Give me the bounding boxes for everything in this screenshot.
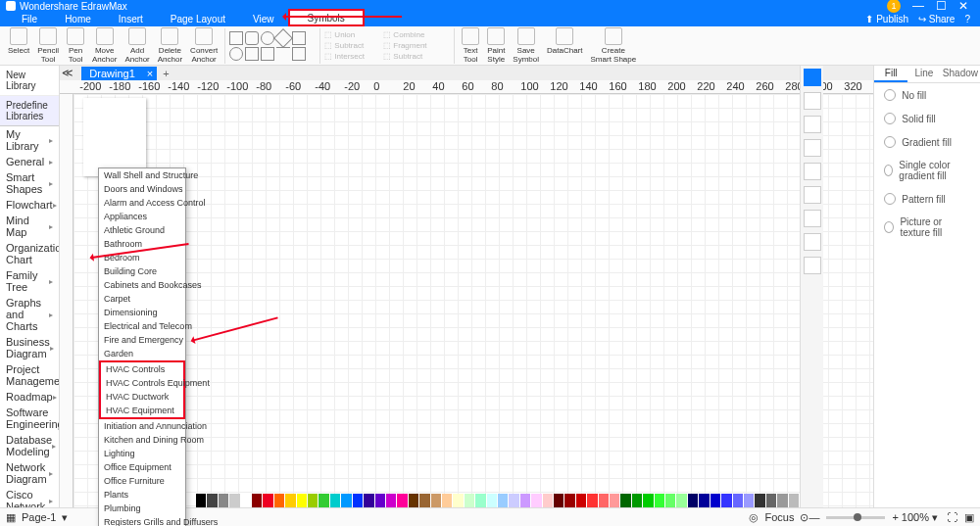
new-tab-button[interactable]: +: [163, 68, 169, 79]
canvas[interactable]: [74, 94, 873, 507]
color-swatch[interactable]: [543, 494, 554, 507]
ribbon-add-anchor[interactable]: AddAnchor: [122, 27, 152, 64]
category-graphs-and-charts[interactable]: Graphs and Charts▸: [0, 295, 59, 334]
color-swatch[interactable]: [643, 494, 654, 507]
submenu-office-equipment[interactable]: Office Equipment: [99, 460, 185, 474]
zoom-in-button[interactable]: +: [892, 511, 898, 523]
color-swatch[interactable]: [733, 494, 744, 507]
color-swatch[interactable]: [308, 494, 318, 507]
color-swatch[interactable]: [465, 494, 475, 507]
tool-image[interactable]: [804, 186, 821, 204]
submenu-fire-and-emergency[interactable]: Fire and Emergency: [99, 333, 185, 347]
color-swatch[interactable]: [520, 494, 531, 507]
color-swatch[interactable]: [620, 494, 631, 507]
tool-page[interactable]: [804, 163, 821, 180]
submenu-doors-and-windows[interactable]: Doors and Windows: [99, 182, 185, 196]
zoom-slider[interactable]: [826, 516, 885, 519]
shape-palette[interactable]: [228, 30, 317, 62]
format-tab-line[interactable]: Line: [907, 66, 941, 82]
category-database-modeling[interactable]: Database Modeling▸: [0, 432, 59, 459]
color-swatch[interactable]: [196, 494, 207, 507]
ribbon-fragment[interactable]: ⬚ Fragment: [382, 40, 441, 51]
color-swatch[interactable]: [721, 494, 732, 507]
ribbon-intersect[interactable]: ⬚ Intersect: [323, 51, 382, 62]
category-software-engineering[interactable]: Software Engineering▸: [0, 405, 59, 432]
submenu-lighting[interactable]: Lighting: [99, 447, 185, 460]
color-swatch[interactable]: [475, 494, 486, 507]
color-swatch[interactable]: [274, 494, 285, 507]
submenu-wall-shell-and-structure[interactable]: Wall Shell and Structure: [99, 168, 185, 182]
menu-page-layout[interactable]: Page Layout: [157, 12, 239, 26]
fullscreen-icon[interactable]: ⛶: [947, 511, 957, 523]
fill-gradient-fill[interactable]: Gradient fill: [874, 130, 980, 154]
tool-align[interactable]: [804, 139, 821, 157]
category-mind-map[interactable]: Mind Map▸: [0, 213, 59, 240]
tool-layers[interactable]: [804, 116, 821, 133]
ribbon-select[interactable]: Select: [5, 27, 32, 64]
color-swatch[interactable]: [744, 494, 755, 507]
submenu-carpet[interactable]: Carpet: [99, 292, 185, 306]
color-swatch[interactable]: [777, 494, 788, 507]
tool-grid[interactable]: [804, 92, 821, 110]
page-label[interactable]: Page-1: [22, 511, 56, 523]
color-swatch[interactable]: [252, 494, 263, 507]
category-cisco-network[interactable]: Cisco Network▸: [0, 487, 59, 507]
submenu-hvac-equipment[interactable]: HVAC Equipment: [101, 404, 183, 417]
maximize-button[interactable]: ☐: [936, 0, 947, 13]
color-swatch[interactable]: [665, 494, 676, 507]
tool-comment[interactable]: [804, 257, 821, 274]
ribbon-union[interactable]: ⬚ Union: [323, 29, 382, 40]
color-swatch[interactable]: [419, 494, 430, 507]
focus-label[interactable]: Focus: [764, 511, 794, 523]
color-swatch[interactable]: [318, 494, 329, 507]
ribbon-pencil-tool[interactable]: PencilTool: [34, 27, 62, 64]
color-swatch[interactable]: [564, 494, 575, 507]
fill-no-fill[interactable]: No fill: [874, 83, 980, 107]
color-swatch[interactable]: [487, 494, 498, 507]
category-general[interactable]: General▸: [0, 154, 59, 169]
color-swatch[interactable]: [431, 494, 442, 507]
format-tab-fill[interactable]: Fill: [874, 66, 907, 82]
color-swatch[interactable]: [241, 494, 252, 507]
fill-solid-fill[interactable]: Solid fill: [874, 107, 980, 130]
submenu-kitchen-and-dining-room[interactable]: Kitchen and Dining Room: [99, 433, 185, 447]
ribbon-subtract[interactable]: ⬚ Subtract: [382, 51, 441, 62]
submenu-hvac-controls-equipment[interactable]: HVAC Controls Equipment: [101, 376, 183, 390]
tool-selected[interactable]: [804, 69, 821, 86]
ribbon-combine[interactable]: ⬚ Combine: [382, 29, 441, 40]
category-organizational-chart[interactable]: Organizational Chart▸: [0, 240, 59, 267]
close-button[interactable]: ✕: [958, 0, 968, 13]
page-dropdown-icon[interactable]: ▾: [62, 511, 68, 524]
minimize-button[interactable]: —: [912, 0, 924, 13]
tab-drawing[interactable]: Drawing1: [81, 67, 142, 80]
color-swatch[interactable]: [375, 494, 386, 507]
color-swatch[interactable]: [710, 494, 721, 507]
color-swatch[interactable]: [610, 494, 620, 507]
color-swatch[interactable]: [297, 494, 308, 507]
submenu-building-core[interactable]: Building Core: [99, 264, 185, 278]
color-swatch[interactable]: [554, 494, 564, 507]
pages-icon[interactable]: ▦: [6, 511, 16, 524]
ribbon-delete-anchor[interactable]: DeleteAnchor: [155, 27, 185, 64]
tab-close-icon[interactable]: ×: [143, 67, 157, 80]
predefined-libraries-button[interactable]: Predefine Libraries: [0, 96, 59, 126]
color-swatch[interactable]: [364, 494, 374, 507]
color-swatch[interactable]: [397, 494, 408, 507]
color-swatch[interactable]: [599, 494, 610, 507]
help-button[interactable]: ?: [964, 14, 970, 24]
zoom-out-button[interactable]: —: [808, 511, 819, 523]
tool-history[interactable]: [804, 233, 821, 251]
color-palette[interactable]: [196, 494, 800, 507]
fill-single-color-gradient-fill[interactable]: Single color gradient fill: [874, 154, 980, 187]
color-swatch[interactable]: [576, 494, 587, 507]
submenu-appliances[interactable]: Appliances: [99, 210, 185, 223]
submenu-dimensioning[interactable]: Dimensioning: [99, 306, 185, 319]
color-swatch[interactable]: [207, 494, 218, 507]
submenu-alarm-and-access-control[interactable]: Alarm and Access Control: [99, 196, 185, 210]
submenu-cabinets-and-bookcases[interactable]: Cabinets and Bookcases: [99, 278, 185, 292]
color-swatch[interactable]: [676, 494, 687, 507]
color-swatch[interactable]: [219, 494, 229, 507]
color-swatch[interactable]: [655, 494, 665, 507]
ribbon-pen-tool[interactable]: PenTool: [64, 27, 87, 64]
color-swatch[interactable]: [755, 494, 765, 507]
